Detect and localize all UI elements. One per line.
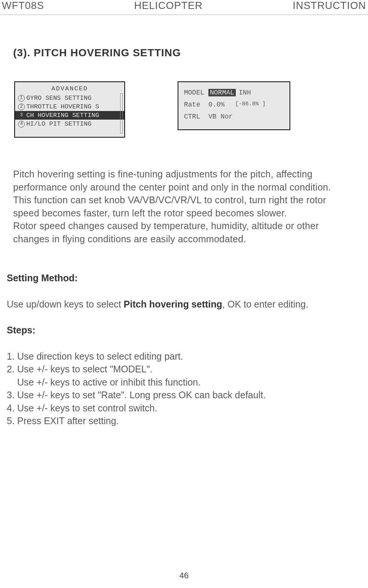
menu-num-1: 1 xyxy=(18,95,25,102)
menu-row-4: 4 HI/LO PIT SETTING xyxy=(15,120,124,128)
menu-text-3: CH HOVERING SETTING xyxy=(26,112,99,119)
detail-row-ctrl: CTRL VB Nor xyxy=(184,113,284,120)
model-inh: INH xyxy=(239,89,251,96)
rate-value: 0.0% xyxy=(208,101,225,108)
menu-row-3-selected: 3 CH HOVERING SETTING xyxy=(15,111,124,120)
desc-p3: Rotor speed changes caused by temperatur… xyxy=(13,219,355,245)
menu-text-4: HI/LO PIT SETTING xyxy=(26,120,91,128)
setting-method-title: Setting Method: xyxy=(7,272,368,285)
detail-row-model: MODEL NORMAL INH xyxy=(184,89,284,96)
page-number: 46 xyxy=(0,571,368,580)
steps-list: 1. Use direction keys to select editing … xyxy=(7,350,368,428)
header-center: HELICOPTER xyxy=(134,0,203,12)
menu-text-1: GYRO SENS SETTING xyxy=(26,94,91,102)
steps-title: Steps: xyxy=(7,324,368,337)
intro-post: , OK to enter editing. xyxy=(222,299,308,309)
intro-pre: Use up/down keys to select xyxy=(7,299,124,309)
step-3: 3. Use +/- keys to set "Rate". Long pres… xyxy=(7,388,368,402)
menu-num-2: 2 xyxy=(18,104,25,110)
lcd-screen-detail: MODEL NORMAL INH Rate 0.0% [-86.8% ] CTR… xyxy=(178,81,290,130)
menu-text-2: THROTTLE HOVERING S xyxy=(26,103,99,110)
step-2a: 2. Use +/- keys to select "MODEL". xyxy=(7,363,368,376)
menu-row-2: 2 THROTTLE HOVERING S xyxy=(15,102,124,111)
step-2b: Use +/- keys to active or inhibit this f… xyxy=(7,376,368,389)
desc-p1: Pitch hovering setting is fine-tuning ad… xyxy=(13,168,355,194)
ctrl-value: VB Nor xyxy=(208,113,233,120)
step-1: 1. Use direction keys to select editing … xyxy=(7,350,368,363)
scrollbar-icon xyxy=(120,93,123,134)
setting-method-block: Setting Method: Use up/down keys to sele… xyxy=(7,272,368,428)
header-left: WFT08S xyxy=(2,0,44,12)
menu-row-1: 1 GYRO SENS SETTING xyxy=(15,94,124,102)
step-4: 4. Use +/- keys to set control switch. xyxy=(7,402,368,415)
intro-bold: Pitch hovering setting xyxy=(124,299,222,309)
screenshots-row: ADVANCED 1 GYRO SENS SETTING 2 THROTTLE … xyxy=(0,81,368,138)
description-block: Pitch hovering setting is fine-tuning ad… xyxy=(13,168,355,245)
detail-row-rate: Rate 0.0% [-86.8% ] xyxy=(184,101,284,108)
step-5: 5. Press EXIT after setting. xyxy=(7,414,368,428)
section-title: (3). PITCH HOVERING SETTING xyxy=(13,47,368,59)
model-value: NORMAL xyxy=(208,89,236,96)
ctrl-label: CTRL xyxy=(184,113,208,120)
menu-num-3: 3 xyxy=(18,112,25,119)
header-right: INSTRUCTION xyxy=(293,0,366,12)
page-header: WFT08S HELICOPTER INSTRUCTION xyxy=(0,0,368,15)
menu-num-4: 4 xyxy=(18,121,25,128)
model-label: MODEL xyxy=(184,89,208,96)
rate-bracket: [-86.8% ] xyxy=(235,101,265,108)
setting-method-intro: Use up/down keys to select Pitch hoverin… xyxy=(7,298,368,311)
lcd-screen-menu: ADVANCED 1 GYRO SENS SETTING 2 THROTTLE … xyxy=(14,81,125,138)
desc-p2: This function can set knob VA/VB/VC/VR/V… xyxy=(13,194,355,219)
rate-label: Rate xyxy=(184,101,208,108)
menu-title: ADVANCED xyxy=(15,85,124,92)
